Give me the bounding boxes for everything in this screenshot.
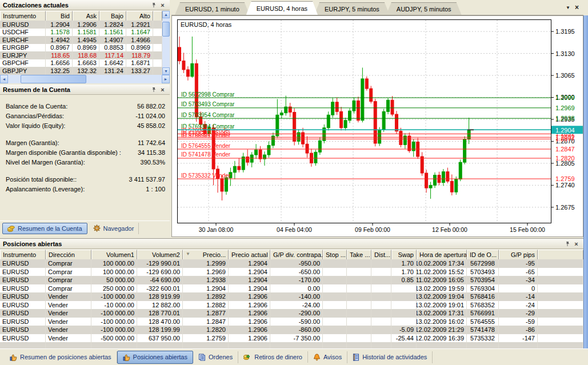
position-row[interactable]: EURUSDVender-100 000.00128 470.001.28471… (0, 318, 583, 326)
position-row[interactable]: EURUSDComprar50 000.00-64 690.001.29381.… (0, 276, 583, 284)
quotes-vertical-scrollbar[interactable]: ▲ ▼ (162, 11, 170, 75)
pin-icon[interactable] (150, 1, 158, 9)
order-line-label[interactable]: ID 5766991 Vender (181, 133, 231, 139)
column-header-hora-de-apertura[interactable]: Hora de apertura (417, 250, 467, 260)
order-line-label[interactable]: ID 5741478 Vender (181, 151, 231, 158)
candle-body (391, 100, 394, 114)
pin-icon[interactable] (150, 86, 158, 94)
order-line-label[interactable]: ID 5703493 Comprar (181, 101, 235, 107)
candle-body (314, 152, 317, 163)
chart-tab-eurusd-4-horas[interactable]: EURUSD, 4 horas (246, 1, 318, 15)
column-header-id-de-o-[interactable]: ID de O... (467, 250, 499, 260)
column-header-take-[interactable]: Take ... (347, 250, 371, 260)
order-line-label[interactable]: ID 5672998 Comprar (181, 91, 235, 98)
window-right-scrollbar[interactable] (583, 15, 588, 348)
bottom-tab-historial-de-actividades[interactable]: Historial de actividades (347, 351, 433, 363)
account-row-label: Margen (Garantía): (6, 139, 138, 147)
quote-cell-bid: 1.2904 (46, 21, 73, 29)
position-cell: -147 (499, 334, 538, 343)
close-icon[interactable]: × (572, 240, 581, 248)
quote-row[interactable]: EURGBP0.89670.89690.88530.8969 (0, 44, 162, 52)
quote-row[interactable]: EURUSD1.29041.29061.28241.2921 (0, 21, 162, 29)
positions-table-body: EURUSDComprar100 000.00-129 990.011.2999… (0, 259, 583, 349)
scroll-left-button[interactable]: ◄ (0, 75, 8, 83)
position-row[interactable]: EURUSDComprar100 000.00-129 990.011.2999… (0, 259, 583, 268)
position-row[interactable]: EURUSDVender-500 000.00637 950.001.27591… (0, 334, 583, 343)
bottom-tab-posiciones-abiertas[interactable]: Posiciones abiertas (117, 351, 193, 364)
chart-tab-eurusd-1-minuto[interactable]: EURUSD, 1 minuto (175, 2, 250, 15)
scroll-track[interactable] (8, 75, 162, 83)
position-cell: 1.2906 (229, 292, 270, 301)
scroll-track[interactable] (162, 18, 170, 67)
position-row[interactable]: EURUSDVender-10 000.0012 882.001.28821.2… (0, 301, 583, 310)
column-header-bajo[interactable]: Bajo (99, 11, 126, 21)
column-header-direcci-n[interactable]: Dirección (46, 250, 91, 260)
column-header-instrumento[interactable]: Instrumento (0, 250, 46, 260)
order-line-label[interactable]: ID 5703954 Comprar (181, 112, 235, 118)
chart-tab-eurjpy-5-minutos[interactable]: EURJPY, 5 minutos (314, 2, 390, 15)
position-cell: 13.02.2009 19:04 (417, 292, 467, 301)
column-header-ask[interactable]: Ask (73, 11, 99, 21)
account-summary-row: Margen disponible (Garantía disponible) … (0, 148, 170, 158)
order-line-label[interactable]: ID 5735332 Vender (181, 173, 231, 179)
bottom-tab-resumen-de-posiciones-abiertas[interactable]: Resumen de posiciones abiertas (5, 351, 117, 363)
quote-row[interactable]: EURJPY118.65118.68117.14118.79 (0, 51, 162, 59)
column-header-precio-[interactable]: ▼Precio... (183, 250, 229, 260)
quote-row[interactable]: EURCHF1.49421.49451.49071.4966 (0, 36, 162, 44)
candle-body (242, 157, 245, 170)
chart-window[interactable]: ID 5672998 ComprarID 5703493 ComprarID 5… (171, 15, 583, 237)
position-row[interactable]: EURUSDVender-100 000.00128 919.991.28921… (0, 292, 583, 301)
position-cell: 5768416 (467, 292, 499, 301)
quote-row[interactable]: USDCHF1.15781.15811.15611.1647 (0, 29, 162, 37)
scroll-thumb[interactable] (162, 22, 170, 37)
quotes-panel-title: Cotizaciones actuales (3, 2, 69, 9)
bottom-tab-ordenes[interactable]: Ordenes (193, 351, 238, 363)
quote-row[interactable]: GBPJPY132.25132.32131.24133.27 (0, 67, 162, 75)
scroll-up-button[interactable]: ▲ (162, 11, 170, 18)
position-row[interactable]: EURUSDComprar100 000.00-129 690.001.2969… (0, 268, 583, 276)
column-header-dist-[interactable]: Dist... (371, 250, 391, 260)
bottom-tab-avisos[interactable]: Avisos (308, 351, 347, 363)
quotes-horizontal-scrollbar[interactable]: ◄ ► (0, 75, 170, 83)
close-chart-icon[interactable]: × (575, 3, 579, 11)
column-header-volumen2[interactable]: Volumen2 (137, 250, 183, 260)
chart-tab-audjpy-5-minutos[interactable]: AUDJPY, 5 minutos (386, 2, 462, 15)
position-row[interactable]: EURUSDComprar250 000.00-322 600.011.2904… (0, 284, 583, 293)
tab-list-icon[interactable]: ▼ (566, 5, 570, 10)
quote-cell-ask: 1.2906 (73, 21, 99, 29)
column-header-bid[interactable]: Bid (46, 11, 73, 21)
column-header-volumen1[interactable]: Volumen1 (91, 250, 137, 260)
position-row[interactable]: EURUSDVender-100 000.00128 199.991.28201… (0, 326, 583, 334)
column-header-g-p-div-contrapa-[interactable]: G/P div. contrapa... (270, 250, 323, 260)
quote-row[interactable]: GBPCHF1.66561.66631.66421.6871 (0, 59, 162, 67)
bottom-tab-retiros-de-dinero[interactable]: Retiros de dinero (238, 351, 308, 363)
y-axis-order-label: 1.2820 (555, 155, 575, 162)
position-cell: -10 000.00 (91, 301, 137, 310)
scroll-right-button[interactable]: ► (162, 75, 170, 83)
column-header-alto[interactable]: Alto (126, 11, 153, 21)
left-tab-resumen-de-la-cuenta[interactable]: Resumen de la Cuenta (2, 223, 87, 234)
left-tab-navegador[interactable]: Navegador (89, 223, 139, 234)
candle-body (387, 100, 390, 111)
quote-cell-instrument: EURCHF (0, 36, 46, 44)
close-icon[interactable]: × (158, 86, 167, 94)
quote-cell-filler (153, 51, 162, 59)
scroll-down-button[interactable]: ▼ (162, 67, 170, 75)
scroll-thumb[interactable] (21, 75, 86, 83)
column-header-g-p-pips[interactable]: G/P pips (499, 250, 538, 260)
close-icon[interactable]: × (158, 1, 167, 9)
column-header-precio-actual[interactable]: Precio actual (229, 250, 270, 260)
candle-body (233, 166, 236, 173)
position-cell (323, 284, 347, 293)
pin-icon[interactable] (563, 240, 572, 248)
column-header-stop-[interactable]: Stop ... (323, 250, 347, 260)
quote-cell-low: 117.14 (99, 51, 126, 59)
y-axis-order-label: 1.2877 (555, 135, 575, 142)
position-row[interactable]: EURUSDVender-100 000.00128 770.011.28771… (0, 309, 583, 318)
position-cell: 5764555 (467, 318, 499, 326)
column-header-swap[interactable]: Swap (391, 250, 417, 260)
column-header-instrumento[interactable]: Instrumento (0, 11, 46, 21)
order-line-label[interactable]: ID 5764555 Vender (181, 143, 231, 149)
y-axis-order-label: 1.2759 (555, 175, 575, 182)
position-cell: 1.2904 (183, 284, 229, 293)
